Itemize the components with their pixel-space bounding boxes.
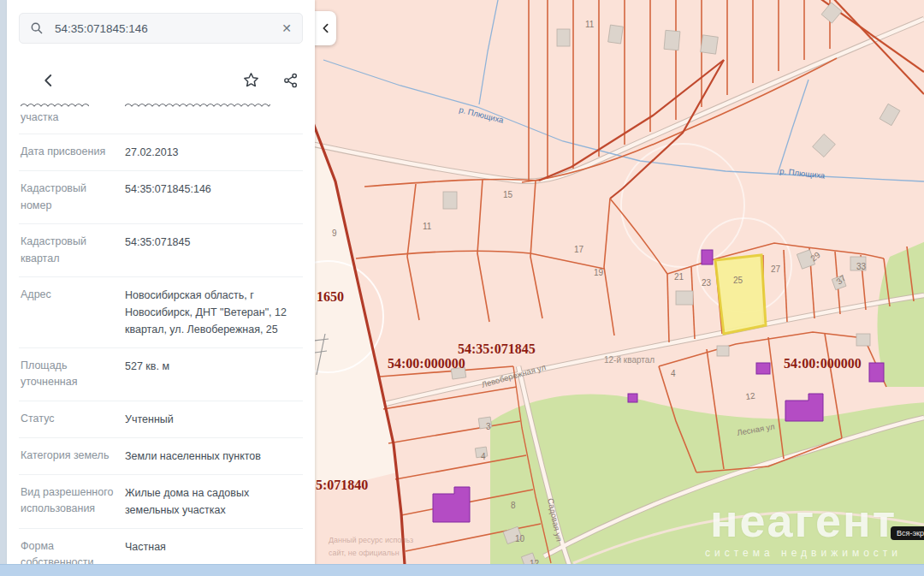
detail-value: Новосибирская область, г Новосибирск, ДН… (125, 287, 301, 338)
map-label: 11 (423, 222, 432, 231)
detail-value: 54:35:071845 (125, 234, 301, 267)
detail-row-status: СтатусУчтенный (19, 401, 303, 437)
map-attribution: Данный ресурс использ сайт, не официальн (329, 534, 413, 561)
map-label: 11 (585, 20, 595, 29)
collapse-panel-button[interactable] (315, 11, 336, 45)
map-label: 8 (511, 501, 516, 510)
detail-label: Адрес (21, 287, 125, 338)
panel-actions (21, 69, 301, 91)
map-label: 33 (856, 262, 867, 271)
map-label: 4 (671, 369, 676, 378)
bottom-scrollbar[interactable] (0, 564, 924, 576)
detail-row-area-refined: Площадь уточненная527 кв. м (19, 347, 303, 401)
detail-label: участка (21, 99, 125, 126)
detail-row-object-type: участка (19, 98, 303, 134)
map-label: 54:00:000000 (784, 356, 862, 371)
detail-value: 54:35:071845:146 (125, 181, 301, 214)
map-label: 54:35:071845 (458, 341, 536, 356)
back-button[interactable] (39, 71, 58, 90)
search-icon (28, 20, 45, 37)
map-label: 10 (515, 534, 525, 543)
detail-value: Учтенный (125, 411, 301, 428)
detail-label: Кадастровый квартал (21, 234, 125, 267)
detail-value: Жилые дома на садовых земельных участках (125, 484, 301, 519)
page-left-strip (0, 0, 7, 576)
fullscreen-badge[interactable]: Вся-экр (891, 526, 924, 540)
favorite-star-icon[interactable] (240, 69, 262, 91)
detail-label: Площадь уточненная (21, 358, 125, 391)
detail-row-address: АдресНовосибирская область, г Новосибирс… (19, 276, 303, 347)
detail-row-date-assigned: Дата присвоения27.02.2013 (19, 134, 303, 170)
map-label: 1650 (317, 289, 344, 304)
detail-row-cadastral-number: Кадастровый номер54:35:071845:146 (19, 170, 303, 223)
cadastral-map[interactable]: 165054:00:00000054:35:07184554:00:000000… (315, 0, 924, 576)
map-label: 27 (771, 264, 781, 274)
map-label: 9 (332, 229, 337, 238)
map-label: 12-й квартал (604, 355, 654, 365)
map-label: 23 (702, 278, 712, 288)
parcel-info-panel: ✕ участкаДата присвоения27.02.2013Кадаст… (7, 0, 315, 576)
detail-label: Кадастровый номер (21, 181, 125, 214)
map-label: 12 (745, 390, 756, 401)
search-bar: ✕ (19, 13, 303, 44)
map-label: 21 (674, 272, 684, 282)
detail-label: Категория земель (21, 448, 125, 465)
detail-value (125, 99, 301, 126)
map-label: 25 (733, 276, 743, 285)
detail-label: Статус (21, 411, 125, 428)
map-label: 17 (574, 245, 584, 254)
detail-row-land-category: Категория земельЗемли населенных пунктов (19, 437, 303, 474)
detail-row-permitted-use: Вид разрешенного использованияЖилые дома… (19, 474, 303, 528)
map-canvas[interactable]: 165054:00:00000054:35:07184554:00:000000… (315, 0, 924, 576)
detail-value: 527 кв. м (125, 358, 301, 391)
detail-label: Дата присвоения (21, 144, 125, 161)
search-clear-button[interactable]: ✕ (280, 20, 293, 37)
detail-value: Земли населенных пунктов (125, 448, 301, 465)
map-label: 4 (481, 452, 486, 461)
search-input[interactable] (53, 21, 280, 36)
selected-parcel-25[interactable] (715, 255, 766, 334)
share-icon[interactable] (281, 70, 301, 91)
map-label: 19 (594, 268, 604, 277)
map-label: 5:071840 (316, 478, 368, 492)
detail-value: 27.02.2013 (125, 144, 301, 161)
detail-label: Вид разрешенного использования (21, 484, 125, 519)
detail-row-cadastral-quarter: Кадастровый квартал54:35:071845 (19, 223, 303, 276)
map-label: 15 (503, 190, 513, 199)
map-label: 3 (486, 422, 491, 431)
map-label: 54:00:000000 (388, 356, 465, 371)
parcel-details-table: участкаДата присвоения27.02.2013Кадастро… (19, 98, 303, 576)
